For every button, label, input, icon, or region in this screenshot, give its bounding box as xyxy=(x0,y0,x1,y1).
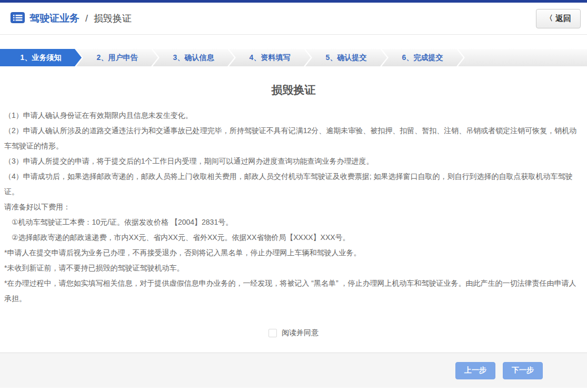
wizard-step-2-user-declaration[interactable]: 2、用户申告 xyxy=(76,49,158,66)
menu-list-icon xyxy=(11,12,25,25)
notice-paragraph: ①机动车驾驶证工本费：10元/证。依据发改价格 【2004】2831号。 xyxy=(4,215,583,230)
chevron-left-icon: 〈 xyxy=(545,14,553,23)
previous-step-button[interactable]: 上一步 xyxy=(455,362,495,379)
breadcrumb-main: 驾驶证业务 xyxy=(29,12,79,25)
wizard-step-4-fill-materials[interactable]: 4、资料填写 xyxy=(229,49,311,66)
footer-action-bar: 上一步 下一步 xyxy=(0,353,587,388)
back-button-label: 返回 xyxy=(555,14,571,24)
wizard-step-5-confirm-submit[interactable]: 5、确认提交 xyxy=(305,49,387,66)
notice-text-block: （1）申请人确认身份证在有效期限内且信息未发生变化。 （2）申请人确认所涉及的道… xyxy=(4,108,583,306)
notice-paragraph: 请准备好以下费用： xyxy=(4,199,583,215)
notice-paragraph: ②选择邮政寄递的邮政速递费，市内XX元、省内XX元、省外XX元。依据XX省物价局… xyxy=(4,230,583,245)
notice-paragraph: *未收到新证前，请不要持已损毁的驾驶证驾驶机动车。 xyxy=(4,260,583,276)
next-step-button[interactable]: 下一步 xyxy=(503,362,543,379)
breadcrumb-current: 损毁换证 xyxy=(94,12,132,25)
notice-paragraph: （3）申请人所提交的申请，将于提交后的1个工作日内受理，期间可以通过网办进度查询… xyxy=(4,154,583,169)
page-title: 损毁换证 xyxy=(4,83,583,97)
wizard-track-filler xyxy=(458,49,587,66)
page-header: 驾驶证业务 / 损毁换证 〈 返回 xyxy=(0,3,587,35)
wizard-step-3-confirm-info[interactable]: 3、确认信息 xyxy=(153,49,234,66)
wizard-step-6-complete-submit[interactable]: 6、完成提交 xyxy=(382,49,463,66)
notice-paragraph: （2）申请人确认所涉及的道路交通违法行为和交通事故已处理完毕，所持驾驶证不具有记… xyxy=(4,123,583,154)
notice-paragraph: *申请人在提交申请后视为业务已办理，不再接受退办，否则将记入黑名单，停止办理网上… xyxy=(4,245,583,260)
main-content: 损毁换证 （1）申请人确认身份证在有效期限内且信息未发生变化。 （2）申请人确认… xyxy=(0,83,587,338)
breadcrumb: 驾驶证业务 / 损毁换证 xyxy=(11,12,132,25)
back-button[interactable]: 〈 返回 xyxy=(536,9,581,28)
notice-paragraph: （4）申请成功后，如果选择邮政寄递的，邮政人员将上门收取相关费用，邮政人员交付机… xyxy=(4,169,583,199)
step-wizard: 1、业务须知 2、用户申告 3、确认信息 4、资料填写 5、确认提交 6、完成提… xyxy=(0,49,587,66)
wizard-step-1-service-notice[interactable]: 1、业务须知 xyxy=(0,49,82,66)
breadcrumb-separator: / xyxy=(85,13,88,24)
notice-paragraph: *在办理过程中，请您如实填写相关信息，对于提供虚假信息申办业务的，一经发现，将被… xyxy=(4,276,583,306)
agree-checkbox[interactable] xyxy=(268,329,277,337)
agree-row: 阅读并同意 xyxy=(4,328,583,338)
notice-paragraph: （1）申请人确认身份证在有效期限内且信息未发生变化。 xyxy=(4,108,583,123)
agree-checkbox-label[interactable]: 阅读并同意 xyxy=(282,328,319,338)
